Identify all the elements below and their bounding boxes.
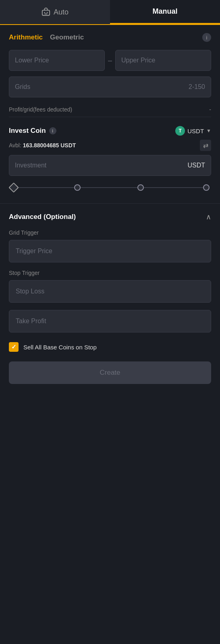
tab-auto[interactable]: Auto bbox=[0, 0, 110, 24]
profit-grid-label: Profit/grid(fees deducted) bbox=[9, 106, 72, 113]
slider-track bbox=[14, 187, 206, 188]
investment-box: Investment USDT bbox=[9, 155, 211, 176]
advanced-chevron-up-icon: ∧ bbox=[206, 213, 211, 221]
advanced-section-header[interactable]: Advanced (Optional) ∧ bbox=[9, 213, 211, 221]
price-dash: – bbox=[108, 56, 112, 65]
tab-bar: Auto Manual bbox=[0, 0, 220, 25]
coin-label: USDT bbox=[187, 128, 204, 134]
trigger-price-input[interactable] bbox=[9, 240, 211, 262]
upper-price-input[interactable] bbox=[115, 50, 211, 71]
tab-auto-label: Auto bbox=[54, 8, 68, 17]
usdt-icon: T bbox=[175, 126, 185, 136]
swap-icon[interactable]: ⇄ bbox=[200, 140, 211, 151]
price-inputs-row: – bbox=[9, 50, 211, 71]
stop-trigger-label: Stop Trigger bbox=[9, 270, 211, 276]
sell-all-checkbox-row: ✓ Sell All Base Coins on Stop bbox=[9, 342, 211, 352]
invest-title-group: Invest Coin i bbox=[9, 127, 56, 135]
mode-info-icon[interactable]: i bbox=[202, 33, 211, 42]
avbl-amount: 163.88004685 USDT bbox=[23, 142, 76, 149]
investment-currency: USDT bbox=[187, 162, 205, 169]
coin-chevron-down-icon: ▼ bbox=[206, 128, 211, 134]
geometric-btn[interactable]: Geometric bbox=[50, 33, 84, 41]
tab-manual-label: Manual bbox=[152, 7, 177, 15]
svg-rect-0 bbox=[42, 10, 50, 15]
tab-manual[interactable]: Manual bbox=[110, 0, 220, 24]
take-profit-input[interactable] bbox=[9, 310, 211, 332]
sell-all-label: Sell All Base Coins on Stop bbox=[23, 344, 97, 351]
invest-header: Invest Coin i T USDT ▼ bbox=[9, 126, 211, 136]
grids-range: 2-150 bbox=[189, 83, 205, 91]
sell-all-checkbox[interactable]: ✓ bbox=[9, 342, 19, 352]
slider-thumb-0[interactable] bbox=[8, 182, 19, 192]
profit-grid-value: - bbox=[209, 106, 211, 113]
grid-trigger-label: Grid Trigger bbox=[9, 229, 211, 236]
stop-loss-input[interactable] bbox=[9, 280, 211, 303]
investment-placeholder: Investment bbox=[15, 162, 46, 169]
create-button[interactable]: Create bbox=[9, 361, 211, 384]
grids-label: Grids bbox=[15, 83, 30, 91]
grids-box: Grids 2-150 bbox=[9, 76, 211, 97]
svg-point-2 bbox=[47, 12, 48, 13]
coin-selector[interactable]: T USDT ▼ bbox=[175, 126, 211, 136]
avbl-row: Avbl: 163.88004685 USDT ⇄ bbox=[9, 140, 211, 151]
invest-coin-label: Invest Coin bbox=[9, 127, 46, 135]
avbl-label: Avbl: 163.88004685 USDT bbox=[9, 142, 76, 149]
svg-point-1 bbox=[44, 12, 45, 13]
advanced-title: Advanced (Optional) bbox=[9, 213, 76, 221]
slider-thumb-2[interactable] bbox=[137, 184, 144, 191]
arithmetic-btn[interactable]: Arithmetic bbox=[9, 33, 43, 41]
invest-info-icon[interactable]: i bbox=[49, 127, 56, 134]
mode-row: Arithmetic Geometric i bbox=[9, 33, 211, 42]
checkmark-icon: ✓ bbox=[11, 343, 17, 351]
section-divider bbox=[0, 203, 220, 204]
lower-price-input[interactable] bbox=[9, 50, 105, 71]
slider-thumb-3[interactable] bbox=[203, 184, 210, 191]
investment-slider[interactable] bbox=[9, 183, 211, 192]
slider-thumb-1[interactable] bbox=[74, 184, 81, 191]
profit-grid-row: Profit/grid(fees deducted) - bbox=[9, 102, 211, 117]
